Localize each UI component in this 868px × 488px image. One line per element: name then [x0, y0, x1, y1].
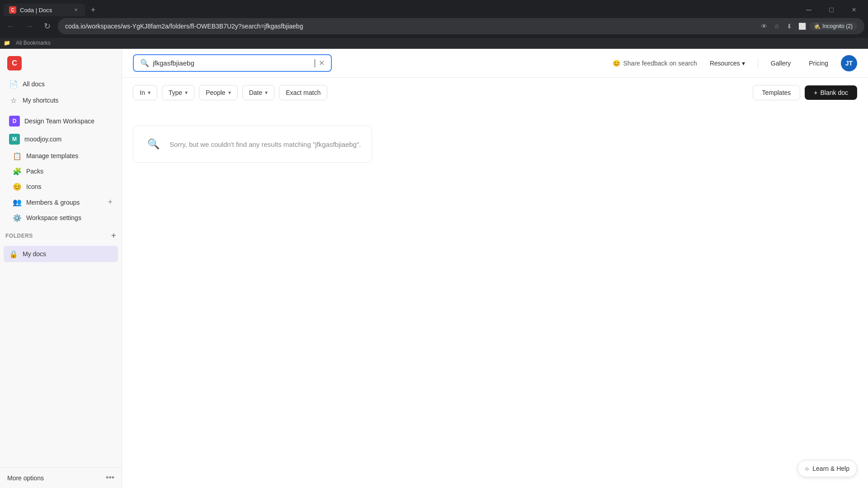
folder-label: My docs [23, 250, 46, 258]
sidebar-item-packs[interactable]: 🧩 Packs [7, 164, 118, 179]
cursor [315, 59, 315, 67]
bookmarks-item[interactable]: All Bookmarks [12, 39, 54, 47]
resources-button[interactable]: Resources ▾ [704, 57, 750, 70]
screen-icon[interactable]: ⬜ [797, 21, 807, 32]
sidebar-item-workspace-settings[interactable]: ⚙️ Workspace settings [7, 210, 118, 225]
eye-icon: 👁 [759, 21, 769, 32]
address-text: coda.io/workspaces/ws-YgKJ8fam2a/folders… [65, 23, 755, 30]
address-bar[interactable]: coda.io/workspaces/ws-YgKJ8fam2a/folders… [58, 18, 864, 34]
close-button[interactable]: × [844, 4, 864, 16]
gallery-link[interactable]: Gallery [765, 57, 796, 70]
new-tab-button[interactable]: + [87, 4, 99, 16]
sidebar-folder-my-docs[interactable]: 🔒 My docs [4, 246, 118, 262]
user-avatar[interactable]: JT [841, 55, 857, 71]
feedback-label: Share feedback on search [623, 60, 697, 67]
incognito-badge: 🕵 Incognito (2) [809, 22, 857, 30]
filter-date-button[interactable]: Date ▾ [242, 85, 275, 100]
sidebar-item-all-docs[interactable]: 📄 All docs [4, 76, 118, 92]
chevron-down-icon: ▾ [228, 89, 231, 96]
tab-close-button[interactable]: × [72, 6, 80, 14]
sidebar-item-manage-templates[interactable]: 📋 Manage templates [7, 148, 118, 164]
more-options[interactable]: More options ••• [0, 467, 122, 488]
search-icon: 🔍 [140, 59, 149, 67]
sub-item-label: Members & groups [26, 199, 80, 206]
sidebar-item-label: All docs [23, 80, 45, 88]
manage-templates-icon: 📋 [13, 151, 22, 160]
bookmarks-bar: 📁 All Bookmarks [0, 38, 868, 49]
plus-icon: + [814, 89, 817, 96]
filter-in-button[interactable]: In ▾ [133, 85, 157, 100]
tab-bar: C Coda | Docs × + ─ □ × [0, 0, 868, 16]
download-icon[interactable]: ⬇ [784, 21, 795, 32]
search-input[interactable] [153, 59, 311, 67]
filter-type-button[interactable]: Type ▾ [162, 85, 194, 100]
add-member-icon[interactable]: + [108, 197, 113, 207]
chevron-down-icon: ▾ [265, 89, 268, 96]
pricing-link[interactable]: Pricing [803, 57, 834, 70]
workspace-badge-d: D [9, 116, 20, 127]
add-folder-button[interactable]: + [111, 231, 116, 240]
workspace-design-team[interactable]: D Design Team Workspace [4, 112, 118, 130]
sidebar-item-members[interactable]: 👥 Members & groups + [7, 194, 118, 210]
app: C 📄 All docs ☆ My shortcuts D Design Tea… [0, 49, 868, 488]
templates-button[interactable]: Templates [753, 85, 801, 100]
workspace-moodjoy[interactable]: M moodjoy.com [4, 130, 118, 148]
forward-button[interactable]: → [22, 19, 36, 33]
icons-icon: 😊 [13, 182, 22, 191]
workspace-settings-icon: ⚙️ [13, 213, 22, 222]
filters-left: In ▾ Type ▾ People ▾ Date ▾ Exact match [133, 85, 327, 100]
chevron-down-icon: ▾ [148, 89, 151, 96]
feedback-link[interactable]: 😊 Share feedback on search [613, 60, 697, 67]
chevron-down-icon: ▾ [185, 89, 188, 96]
exact-match-button[interactable]: Exact match [279, 85, 327, 100]
chevron-down-icon: ▾ [742, 60, 745, 67]
sub-item-label: Manage templates [26, 152, 78, 160]
sidebar-item-icons[interactable]: 😊 Icons [7, 179, 118, 194]
active-tab[interactable]: C Coda | Docs × [4, 4, 85, 16]
blank-doc-label: Blank doc [821, 89, 848, 96]
bookmarks-folder-icon: 📁 [4, 40, 10, 46]
sidebar-logo: C [0, 49, 122, 74]
minimize-button[interactable]: ─ [798, 4, 819, 16]
address-bar-row: ← → ↻ coda.io/workspaces/ws-YgKJ8fam2a/f… [0, 16, 868, 38]
folders-label: FOLDERS [5, 233, 33, 239]
coda-logo[interactable]: C [7, 56, 22, 70]
browser-chrome: C Coda | Docs × + ─ □ × ← → ↻ coda.io/wo… [0, 0, 868, 49]
folders-section: 🔒 My docs [0, 244, 122, 264]
back-button[interactable]: ← [4, 19, 18, 33]
maximize-button[interactable]: □ [821, 4, 842, 16]
learn-help-button[interactable]: ○ Learn & Help [797, 460, 857, 477]
app-header: 🔍 ✕ 😊 Share feedback on search Resources… [122, 49, 868, 78]
search-box[interactable]: 🔍 ✕ [133, 54, 332, 72]
workspaces-section: D Design Team Workspace M moodjoy.com 📋 … [0, 110, 122, 227]
sidebar-top-section: 📄 All docs ☆ My shortcuts [0, 74, 122, 110]
filter-people-label: People [206, 89, 226, 96]
header-divider [758, 58, 758, 69]
tab-favicon: C [9, 6, 16, 14]
sub-item-label: Workspace settings [26, 214, 81, 221]
incognito-icon: 🕵 [814, 23, 821, 29]
workspace-badge-m: M [9, 134, 20, 145]
feedback-icon: 😊 [613, 60, 620, 67]
tab-title: Coda | Docs [20, 7, 69, 14]
refresh-button[interactable]: ↻ [40, 19, 54, 33]
more-options-icon: ••• [106, 473, 114, 483]
learn-help-icon: ○ [805, 465, 809, 472]
filter-date-label: Date [249, 89, 263, 96]
no-results-message: Sorry, but we couldn't find any results … [170, 141, 361, 148]
learn-help-label: Learn & Help [812, 465, 849, 472]
filter-people-button[interactable]: People ▾ [199, 85, 238, 100]
more-options-label: More options [7, 474, 44, 482]
no-results-area: 🔍 Sorry, but we couldn't find any result… [122, 108, 868, 488]
all-docs-icon: 📄 [9, 80, 18, 89]
no-results-icon: 🔍 [144, 135, 162, 153]
sidebar-item-shortcuts[interactable]: ☆ My shortcuts [4, 92, 118, 108]
search-clear-button[interactable]: ✕ [319, 59, 325, 67]
filter-type-label: Type [169, 89, 182, 96]
folders-header: FOLDERS + [0, 227, 122, 244]
header-right: 😊 Share feedback on search Resources ▾ G… [613, 55, 857, 71]
bookmark-icon[interactable]: ☆ [771, 21, 782, 32]
filters-bar: In ▾ Type ▾ People ▾ Date ▾ Exact match [122, 78, 868, 108]
main-content: 🔍 ✕ 😊 Share feedback on search Resources… [122, 49, 868, 488]
blank-doc-button[interactable]: + Blank doc [805, 85, 857, 100]
